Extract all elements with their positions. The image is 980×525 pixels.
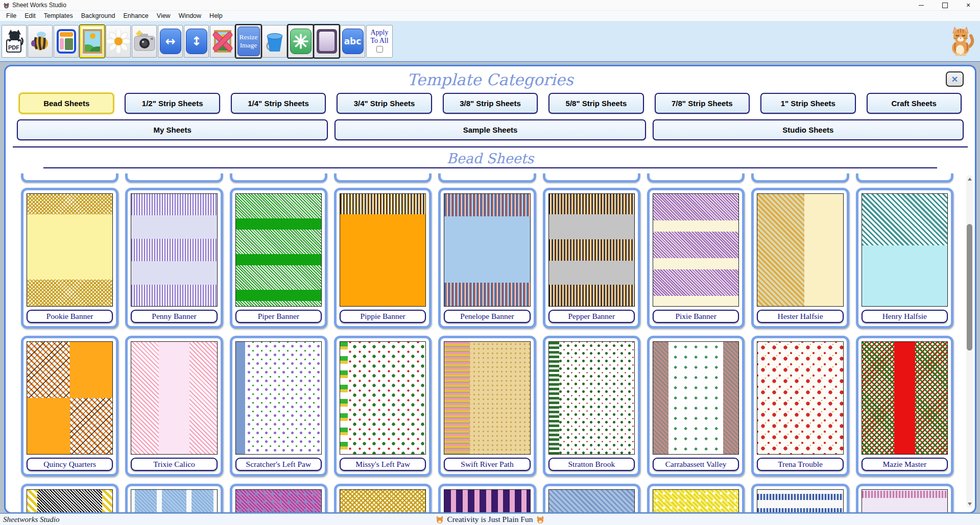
partial-template-card[interactable] bbox=[125, 484, 223, 514]
text-abc-button[interactable]: abc bbox=[340, 25, 365, 58]
cat-mascot-image bbox=[945, 24, 975, 58]
template-card-quincy-quarters[interactable]: Quincy Quarters bbox=[21, 336, 118, 477]
partial-template-card[interactable] bbox=[856, 484, 953, 514]
apply-to-all-checkbox[interactable] bbox=[376, 46, 383, 53]
menu-enhance[interactable]: Enhance bbox=[119, 11, 152, 20]
bee-icon bbox=[30, 30, 51, 53]
paint-bucket-button[interactable] bbox=[262, 25, 287, 58]
frame-button[interactable] bbox=[314, 25, 339, 58]
template-name: Quincy Quarters bbox=[27, 458, 113, 471]
template-thumbnail bbox=[235, 489, 322, 514]
picture-button[interactable] bbox=[80, 25, 105, 58]
template-thumbnail bbox=[757, 193, 843, 307]
maximize-button[interactable] bbox=[933, 0, 957, 10]
template-card-mazie-master[interactable]: Mazie Master bbox=[856, 336, 953, 477]
template-name: Pepper Banner bbox=[548, 310, 635, 323]
category-1-2-strip-sheets[interactable]: 1/2" Strip Sheets bbox=[125, 93, 220, 114]
template-thumbnail bbox=[444, 341, 530, 455]
template-thumbnail bbox=[235, 341, 322, 455]
menu-templates[interactable]: Templates bbox=[40, 11, 77, 20]
daisy-button[interactable] bbox=[106, 25, 131, 58]
template-card-pookie-banner[interactable]: Pookie Banner bbox=[21, 188, 118, 329]
menu-background[interactable]: Background bbox=[77, 11, 119, 20]
template-card-piper-banner[interactable]: Piper Banner bbox=[230, 188, 327, 329]
workspace: Template Categories ✕ Bead Sheets1/2" St… bbox=[0, 62, 980, 514]
partial-template-card[interactable] bbox=[438, 484, 536, 514]
template-card-missy-s-left-paw[interactable]: Missy's Left Paw bbox=[334, 336, 432, 477]
apply-to-all-button[interactable]: Apply To All bbox=[366, 25, 393, 58]
menu-view[interactable]: View bbox=[153, 11, 175, 20]
template-name: Stratton Brook bbox=[548, 458, 635, 471]
partial-template-card[interactable] bbox=[230, 484, 327, 514]
partial-card-bottom bbox=[21, 173, 118, 183]
partial-template-card[interactable] bbox=[21, 484, 118, 514]
template-card-penelope-banner[interactable]: Penelope Banner bbox=[438, 188, 536, 329]
tab-my-sheets[interactable]: My Sheets bbox=[17, 119, 328, 140]
template-name: Mazie Master bbox=[862, 458, 948, 471]
template-name: Trixie Calico bbox=[131, 458, 217, 471]
template-card-penny-banner[interactable]: Penny Banner bbox=[125, 188, 223, 329]
layout-button[interactable] bbox=[54, 25, 79, 58]
template-card-carrabassett-valley[interactable]: Carrabassett Valley bbox=[647, 336, 745, 477]
scrollbar-thumb[interactable] bbox=[967, 224, 972, 351]
template-name: Penelope Banner bbox=[444, 310, 530, 323]
menu-edit[interactable]: Edit bbox=[20, 11, 40, 20]
close-button[interactable]: ✕ bbox=[957, 0, 980, 10]
category-3-4-strip-sheets[interactable]: 3/4" Strip Sheets bbox=[337, 93, 432, 114]
template-card-stratton-brook[interactable]: Stratton Brook bbox=[543, 336, 640, 477]
resize-image-label: Resize Image bbox=[237, 27, 260, 56]
pdf-export-button[interactable]: PDF bbox=[2, 25, 27, 58]
camera-button[interactable] bbox=[132, 25, 157, 58]
category-tabs: Bead Sheets1/2" Strip Sheets1/4" Strip S… bbox=[19, 93, 962, 114]
flip-horizontal-button[interactable]: ↔ bbox=[158, 25, 183, 58]
bee-button[interactable] bbox=[28, 25, 53, 58]
partial-template-card[interactable] bbox=[334, 484, 432, 514]
template-card-scratcher-s-left-paw[interactable]: Scratcher's Left Paw bbox=[230, 336, 327, 477]
panel-close-button[interactable]: ✕ bbox=[946, 71, 964, 87]
template-card-henry-halfsie[interactable]: Henry Halfsie bbox=[856, 188, 953, 329]
category-3-8-strip-sheets[interactable]: 3/8" Strip Sheets bbox=[443, 93, 538, 114]
partial-card-bottom bbox=[647, 173, 745, 183]
cat-face-icon bbox=[436, 516, 444, 523]
divider bbox=[13, 146, 968, 147]
template-thumbnail bbox=[235, 193, 322, 307]
category-7-8-strip-sheets[interactable]: 7/8" Strip Sheets bbox=[655, 93, 750, 114]
menu-window[interactable]: Window bbox=[175, 11, 205, 20]
partial-template-card[interactable] bbox=[543, 484, 640, 514]
template-card-pixie-banner[interactable]: Pixie Banner bbox=[647, 188, 745, 329]
partial-template-card[interactable] bbox=[751, 484, 849, 514]
picture-icon bbox=[83, 29, 102, 54]
template-thumbnail bbox=[27, 489, 113, 514]
scroll-down-icon[interactable] bbox=[968, 503, 972, 506]
resize-image-button[interactable]: Resize Image bbox=[236, 25, 261, 58]
category-5-8-strip-sheets[interactable]: 5/8" Strip Sheets bbox=[548, 93, 643, 114]
asterisk-button[interactable] bbox=[288, 25, 313, 58]
template-name: Pixie Banner bbox=[653, 310, 739, 323]
category-1-4-strip-sheets[interactable]: 1/4" Strip Sheets bbox=[231, 93, 326, 114]
template-card-trixie-calico[interactable]: Trixie Calico bbox=[125, 336, 223, 477]
template-card-swift-river-path[interactable]: Swift River Path bbox=[438, 336, 536, 477]
template-card-hester-halfsie[interactable]: Hester Halfsie bbox=[751, 188, 849, 329]
scroll-up-icon[interactable] bbox=[968, 178, 972, 181]
category-bead-sheets[interactable]: Bead Sheets bbox=[19, 93, 114, 114]
template-card-pepper-banner[interactable]: Pepper Banner bbox=[543, 188, 640, 329]
menu-help[interactable]: Help bbox=[205, 11, 227, 20]
template-categories-panel: Template Categories ✕ Bead Sheets1/2" St… bbox=[4, 65, 976, 514]
flip-vertical-button[interactable]: ↕ bbox=[184, 25, 209, 58]
partial-card-bottom bbox=[230, 173, 327, 183]
template-card-trena-trouble[interactable]: Trena Trouble bbox=[751, 336, 849, 477]
panel-title: Template Categories bbox=[11, 70, 970, 89]
category-1-strip-sheets[interactable]: 1" Strip Sheets bbox=[760, 93, 855, 114]
minimize-button[interactable] bbox=[910, 0, 933, 10]
tab-sample-sheets[interactable]: Sample Sheets bbox=[334, 119, 646, 140]
category-craft-sheets[interactable]: Craft Sheets bbox=[867, 93, 962, 114]
template-thumbnail bbox=[131, 193, 217, 307]
template-card-pippie-banner[interactable]: Pippie Banner bbox=[334, 188, 432, 329]
scrollbar-track[interactable] bbox=[966, 175, 973, 508]
tab-studio-sheets[interactable]: Studio Sheets bbox=[653, 119, 964, 140]
menu-file[interactable]: File bbox=[2, 11, 20, 20]
template-thumbnail bbox=[27, 193, 113, 307]
delete-picture-button[interactable] bbox=[210, 25, 235, 58]
partial-template-card[interactable] bbox=[647, 484, 745, 514]
window-title: Sheet Works Studio bbox=[12, 2, 66, 9]
